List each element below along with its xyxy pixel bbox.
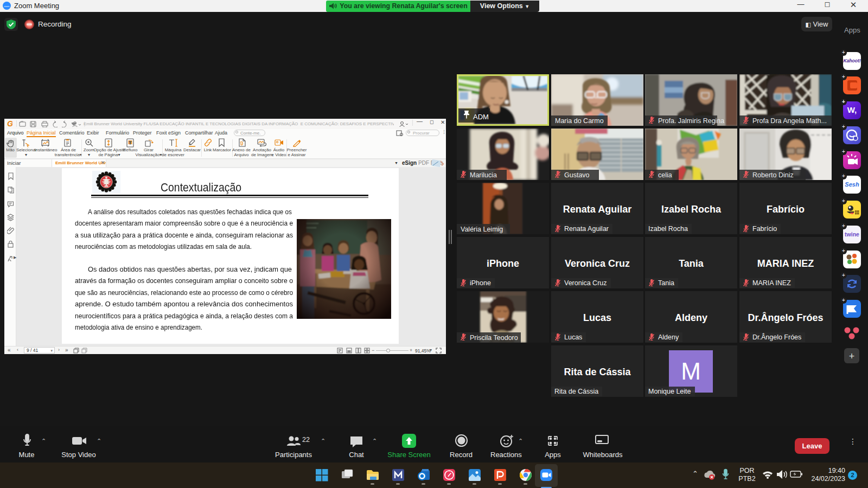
svg-text:Roberto Diniz: Roberto Diniz: [752, 171, 794, 179]
svg-text:Gustavo: Gustavo: [564, 171, 590, 179]
svg-text:Valéria Leimig: Valéria Leimig: [461, 226, 503, 233]
svg-text:Priscila Teodoro: Priscila Teodoro: [470, 334, 518, 342]
svg-text:zoom: zoom: [4, 5, 10, 8]
svg-text:ADM: ADM: [473, 113, 489, 121]
svg-text:Maria do Carmo: Maria do Carmo: [555, 117, 604, 125]
svg-text:Marilucia: Marilucia: [470, 171, 497, 179]
svg-text:Profa. Jalmiris Regina: Profa. Jalmiris Regina: [658, 117, 724, 125]
svg-text:Profa Dra Angela Math...: Profa Dra Angela Math...: [752, 117, 827, 125]
svg-text:celia: celia: [658, 171, 672, 179]
svg-text:T: T: [129, 141, 132, 145]
